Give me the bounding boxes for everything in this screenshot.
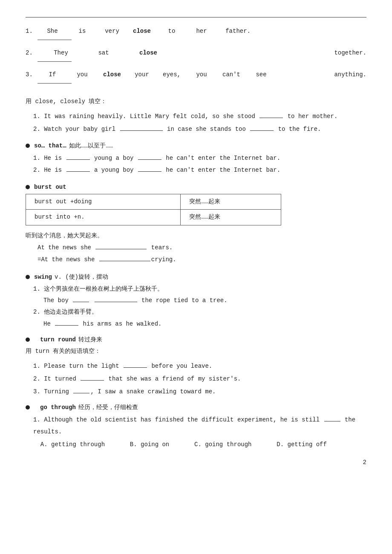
sentence-1-num: 1. [26, 25, 37, 37]
top-divider [26, 17, 366, 17]
bullet-dot-4 [26, 338, 30, 342]
burst-out-title: burst out [26, 184, 366, 190]
burst-en-sentence-2: =At the news she crying. [26, 254, 366, 265]
blank-turn-3 [73, 393, 89, 393]
go-through-cn: 经历，经受，仔细检查 [78, 404, 138, 411]
go-through-section: go through 经历，经受，仔细检查 1. Although the ol… [26, 404, 366, 450]
s3-you: you [67, 69, 97, 81]
blank-st-1-1 [66, 159, 90, 160]
blank-swing-1a [73, 302, 89, 302]
so-that-title: so… that… 如此……以至于…… [26, 142, 366, 150]
sentence-1: 1. She is very close to her father. [26, 25, 366, 37]
s1-word-her: her [187, 25, 216, 37]
swing-title: swing v. (使)旋转，摆动 [26, 273, 366, 281]
s2-word-together: together. [174, 47, 366, 59]
go-through-item-1: 1. Although the old scientist has finish… [26, 414, 366, 438]
burst-col1-1: burst out +doing [26, 194, 181, 210]
burst-out-text: burst out [34, 184, 66, 190]
s3-see: see [246, 69, 276, 81]
s3-underline [37, 83, 72, 84]
s3-cant: can't [216, 69, 246, 81]
sentence-3: 3. If you close your eyes, you can't see… [26, 69, 366, 81]
turn-item-1: 1. Please turn the light before you leav… [26, 360, 366, 372]
burst-out-table: burst out +doing 突然……起来 burst into +n. 突… [26, 194, 281, 225]
bullet-dot-1 [26, 144, 30, 148]
s3-your: your [127, 69, 157, 81]
s3-anything: anything. [276, 69, 366, 81]
so-that-item-1: 1. He is young a boy he can't enter the … [33, 152, 366, 164]
so-that-item-2: 2. He is a young boy he can't enter the … [33, 164, 366, 176]
burst-col2-1: 突然……起来 [181, 194, 281, 210]
blank-burst-2 [99, 261, 150, 261]
blank-st-2-2 [138, 171, 161, 172]
s2-word-sat: sat [84, 47, 123, 59]
burst-out-section: burst out burst out +doing 突然……起来 burst … [26, 184, 366, 265]
s2-underline [37, 61, 72, 62]
close-fill-item-2: 2. Watch your baby girl in case she stan… [26, 123, 366, 135]
swing-section: swing v. (使)旋转，摆动 1. 这个男孩坐在一根拴在树上的绳子上荡秋千… [26, 273, 366, 330]
turn-round-section: turn round 转过身来 用 turn 有关的短语填空： 1. Pleas… [26, 336, 366, 398]
blank-st-2-1 [66, 171, 90, 172]
page-number: 2 [26, 459, 366, 466]
blank-st-1-2 [138, 159, 161, 160]
s1-word-to: to [157, 25, 187, 37]
so-that-section: so… that… 如此……以至于…… 1. He is young a boy… [26, 142, 366, 176]
burst-table-row-2: burst into +n. 突然……起来 [26, 210, 281, 225]
swing-item-2-num: 2. 他边走边摆着手臂。 [33, 306, 366, 318]
blank-2-2 [250, 130, 274, 131]
sentence-2: 2. They sat close together. [26, 47, 366, 59]
swing-item-1-num: 1. 这个男孩坐在一根拴在树上的绳子上荡秋千。 [33, 283, 366, 295]
blank-swing-1b [95, 302, 137, 302]
swing-text: swing [34, 274, 52, 280]
s1-word-is: is [67, 25, 97, 37]
close-fill-section: 用 close, closely 填空： 1. It was raining h… [26, 96, 366, 135]
burst-cn-sentence: 听到这个消息，她大哭起来。 [26, 230, 366, 242]
bullet-dot-3 [26, 275, 30, 279]
page: 1. She is very close to her father. 2. T… [26, 17, 366, 466]
sentence-3-num: 3. [26, 69, 37, 81]
s3-if: If [37, 69, 67, 81]
s1-word-close: close [127, 25, 157, 37]
s2-word-they: They [37, 47, 84, 59]
blank-gothrough-1 [324, 421, 340, 421]
sentence-2-num: 2. [26, 47, 37, 59]
s3-close: close [97, 69, 127, 81]
s1-word-she: She [37, 25, 67, 37]
blank-turn-2 [81, 380, 104, 381]
blank-burst-1 [95, 249, 147, 249]
s1-underline [37, 40, 72, 40]
close-fill-item-1: 1. It was raining heavily. Little Mary f… [26, 110, 366, 122]
blank-turn-1 [124, 367, 147, 368]
turn-round-title: turn round 转过身来 [26, 336, 366, 343]
burst-col2-2: 突然……起来 [181, 210, 281, 225]
go-through-title: go through 经历，经受，仔细检查 [26, 404, 366, 411]
so-that-title-text: so… that… [34, 142, 66, 149]
s2-word-close: close [123, 47, 174, 59]
s3-you2: you [187, 69, 216, 81]
go-through-text: go through [40, 404, 76, 411]
burst-col1-2: burst into +n. [26, 210, 181, 225]
blank-swing-2 [55, 325, 78, 326]
turn-item-2: 2. It turned that she was a friend of my… [26, 373, 366, 385]
turn-round-subtitle: 用 turn 有关的短语填空： [26, 346, 366, 357]
swing-item-1-en: The boy the rope tied to a tree. [26, 294, 366, 306]
s1-word-very: very [97, 25, 127, 37]
burst-table-row-1: burst out +doing 突然……起来 [26, 194, 281, 210]
burst-en-sentence-1: At the news she tears. [26, 242, 366, 254]
turn-item-3: 3. Turning , I saw a snake crawling towa… [26, 386, 366, 398]
bullet-dot-2 [26, 185, 30, 189]
go-through-mcq: A. getting through B. going on C. going … [26, 439, 366, 450]
bullet-dot-5 [26, 405, 30, 410]
turn-round-text: turn round [40, 336, 76, 343]
blank-2-1 [120, 130, 163, 131]
so-that-items: 1. He is young a boy he can't enter the … [33, 152, 366, 176]
so-that-cn: 如此……以至于…… [69, 142, 113, 150]
blank-1-1 [259, 118, 283, 118]
close-fill-title: 用 close, closely 填空： [26, 96, 366, 107]
swing-item-2-en: He his arms as he walked. [26, 318, 366, 330]
turn-round-cn: 转过身来 [78, 336, 102, 343]
s1-word-father: father. [216, 25, 251, 37]
swing-cn: v. (使)旋转，摆动 [55, 273, 108, 281]
s3-eyes: eyes, [157, 69, 187, 81]
